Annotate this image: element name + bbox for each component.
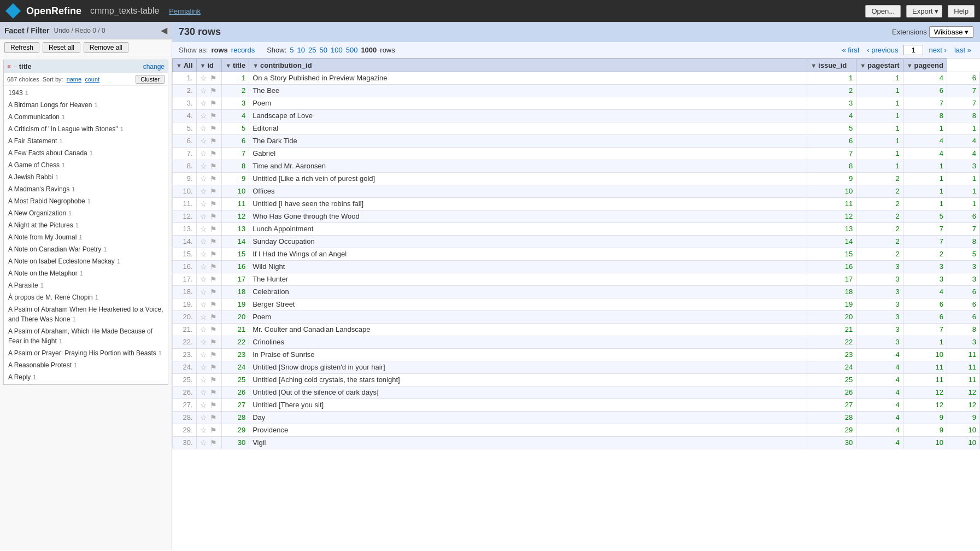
- reset-all-button[interactable]: Reset all: [43, 42, 80, 53]
- flag-icon[interactable]: ⚑: [210, 225, 217, 233]
- help-button[interactable]: Help: [948, 5, 975, 17]
- facet-sort-name-link[interactable]: name: [67, 76, 82, 83]
- permalink-link[interactable]: Permalink: [169, 7, 201, 15]
- facet-list-item[interactable]: A Psalm of Abraham When He Hearkened to …: [4, 303, 168, 325]
- facet-list-item[interactable]: A Birdman Longs for Heaven1: [4, 99, 168, 111]
- last-page-link[interactable]: last »: [952, 45, 973, 55]
- flag-icon[interactable]: ⚑: [210, 376, 217, 384]
- star-icon[interactable]: ☆: [200, 363, 207, 372]
- flag-icon[interactable]: ⚑: [210, 388, 217, 397]
- flag-icon[interactable]: ⚑: [210, 313, 217, 321]
- flag-icon[interactable]: ⚑: [210, 212, 217, 221]
- facet-list-item[interactable]: A Fair Statement1: [4, 135, 168, 147]
- flag-icon[interactable]: ⚑: [210, 149, 217, 158]
- flag-icon[interactable]: ⚑: [210, 413, 217, 422]
- flag-icon[interactable]: ⚑: [210, 86, 217, 95]
- show-5-link[interactable]: 5: [290, 46, 294, 54]
- star-icon[interactable]: ☆: [200, 149, 207, 158]
- page-number-input[interactable]: [903, 45, 923, 55]
- facet-list-item[interactable]: A Psalm or Prayer: Praying His Portion w…: [4, 347, 168, 359]
- facet-list-item[interactable]: A Note on the Metaphor1: [4, 267, 168, 279]
- star-icon[interactable]: ☆: [200, 300, 207, 309]
- flag-icon[interactable]: ⚑: [210, 300, 217, 309]
- show-10-link[interactable]: 10: [297, 46, 305, 54]
- facet-list-item[interactable]: A Psalm of Abraham, Which He Made Becaus…: [4, 325, 168, 347]
- facet-minimize-button[interactable]: –: [13, 63, 17, 71]
- star-icon[interactable]: ☆: [200, 74, 207, 83]
- flag-icon[interactable]: ⚑: [210, 363, 217, 372]
- next-page-link[interactable]: next ›: [926, 45, 949, 55]
- flag-icon[interactable]: ⚑: [210, 325, 217, 334]
- col-header-pagestart[interactable]: ▼ pagestart: [856, 59, 903, 72]
- show-25-link[interactable]: 25: [308, 46, 316, 54]
- flag-icon[interactable]: ⚑: [210, 438, 217, 447]
- col-header-issue-id[interactable]: ▼ issue_id: [807, 59, 856, 72]
- star-icon[interactable]: ☆: [200, 288, 207, 296]
- star-icon[interactable]: ☆: [200, 237, 207, 246]
- show-50-link[interactable]: 50: [320, 46, 327, 54]
- facet-list-item[interactable]: A Note on Isabel Ecclestone Mackay1: [4, 255, 168, 267]
- flag-icon[interactable]: ⚑: [210, 426, 217, 435]
- flag-icon[interactable]: ⚑: [210, 350, 217, 359]
- facet-list-item[interactable]: A Most Rabid Negrophobe1: [4, 195, 168, 207]
- facet-list-item[interactable]: A Parasite1: [4, 279, 168, 291]
- show-as-records-link[interactable]: records: [231, 46, 255, 54]
- star-icon[interactable]: ☆: [200, 225, 207, 233]
- star-icon[interactable]: ☆: [200, 376, 207, 384]
- star-icon[interactable]: ☆: [200, 388, 207, 397]
- star-icon[interactable]: ☆: [200, 99, 207, 108]
- flag-icon[interactable]: ⚑: [210, 237, 217, 246]
- star-icon[interactable]: ☆: [200, 174, 207, 183]
- star-icon[interactable]: ☆: [200, 162, 207, 171]
- star-icon[interactable]: ☆: [200, 426, 207, 435]
- facet-list-item[interactable]: A Night at the Pictures1: [4, 219, 168, 231]
- wikibase-button[interactable]: Wikibase ▾: [929, 26, 973, 38]
- flag-icon[interactable]: ⚑: [210, 187, 217, 196]
- prev-page-link[interactable]: ‹ previous: [865, 45, 900, 55]
- remove-all-button[interactable]: Remove all: [84, 42, 128, 53]
- facet-list-item[interactable]: A Few Facts about Canada1: [4, 147, 168, 159]
- flag-icon[interactable]: ⚑: [210, 124, 217, 133]
- facet-list-item[interactable]: À propos de M. René Chopin1: [4, 291, 168, 303]
- star-icon[interactable]: ☆: [200, 250, 207, 259]
- flag-icon[interactable]: ⚑: [210, 174, 217, 183]
- open-button[interactable]: Open...: [865, 5, 901, 17]
- star-icon[interactable]: ☆: [200, 413, 207, 422]
- star-icon[interactable]: ☆: [200, 401, 207, 409]
- star-icon[interactable]: ☆: [200, 275, 207, 284]
- flag-icon[interactable]: ⚑: [210, 338, 217, 347]
- facet-change-link[interactable]: change: [143, 63, 165, 71]
- facet-list-item[interactable]: A Note from My Journal1: [4, 231, 168, 243]
- flag-icon[interactable]: ⚑: [210, 162, 217, 171]
- col-header-pageend[interactable]: ▼ pageend: [903, 59, 947, 72]
- flag-icon[interactable]: ⚑: [210, 250, 217, 259]
- star-icon[interactable]: ☆: [200, 313, 207, 321]
- facet-list-item[interactable]: A Game of Chess1: [4, 159, 168, 171]
- star-icon[interactable]: ☆: [200, 112, 207, 120]
- facet-list-item[interactable]: A Communication1: [4, 111, 168, 123]
- refresh-button[interactable]: Refresh: [4, 42, 39, 53]
- star-icon[interactable]: ☆: [200, 86, 207, 95]
- flag-icon[interactable]: ⚑: [210, 112, 217, 120]
- facet-list-item[interactable]: A Criticism of "In League with Stones"1: [4, 123, 168, 135]
- facet-list-item[interactable]: A Reasonable Protest1: [4, 359, 168, 371]
- show-as-rows-link[interactable]: rows: [211, 46, 227, 54]
- facet-list-item[interactable]: A Madman's Ravings1: [4, 183, 168, 195]
- facet-list-item[interactable]: A Note on Canadian War Poetry1: [4, 243, 168, 255]
- star-icon[interactable]: ☆: [200, 200, 207, 208]
- collapse-panel-button[interactable]: ◀: [161, 25, 167, 36]
- star-icon[interactable]: ☆: [200, 325, 207, 334]
- flag-icon[interactable]: ⚑: [210, 99, 217, 108]
- star-icon[interactable]: ☆: [200, 338, 207, 347]
- first-page-link[interactable]: « first: [840, 45, 862, 55]
- cluster-button[interactable]: Cluster: [136, 75, 165, 84]
- star-icon[interactable]: ☆: [200, 212, 207, 221]
- facet-list-item[interactable]: A New Organization1: [4, 207, 168, 219]
- flag-icon[interactable]: ⚑: [210, 137, 217, 145]
- col-header-title[interactable]: ▼ title: [222, 59, 249, 72]
- flag-icon[interactable]: ⚑: [210, 200, 217, 208]
- col-header-contribution-id[interactable]: ▼ contribution_id: [249, 59, 807, 72]
- show-500-link[interactable]: 500: [346, 46, 358, 54]
- facet-list-item[interactable]: A Reply1: [4, 371, 168, 383]
- show-100-link[interactable]: 100: [331, 46, 343, 54]
